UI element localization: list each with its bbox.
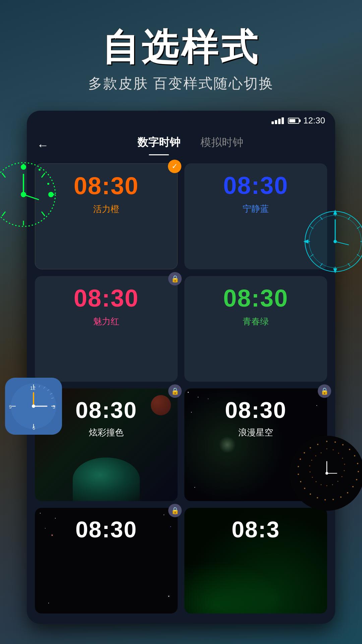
svg-point-66: [352, 486, 354, 487]
top-nav: ← 数字时钟 模拟时钟: [27, 128, 335, 155]
lock-badge-space: 🔒: [318, 384, 331, 398]
svg-point-62: [354, 455, 355, 457]
svg-point-89: [332, 484, 333, 485]
svg-point-0: [0, 163, 55, 226]
svg-point-16: [47, 183, 49, 185]
svg-point-91: [321, 484, 322, 485]
svg-point-13: [21, 192, 26, 197]
svg-point-81: [326, 448, 327, 449]
clock-label-pink: 魅力红: [93, 316, 119, 327]
svg-point-85: [344, 464, 345, 465]
svg-point-86: [344, 470, 345, 471]
back-button[interactable]: ←: [37, 138, 56, 152]
svg-point-94: [310, 472, 311, 473]
svg-point-96: [311, 460, 312, 461]
clock-label-green: 青春绿: [243, 316, 269, 327]
signal-indicator: [272, 117, 284, 124]
svg-point-63: [357, 463, 358, 464]
tab-digital[interactable]: 数字时钟: [137, 135, 180, 155]
svg-point-97: [315, 455, 316, 457]
selected-badge: ✓: [168, 160, 181, 173]
svg-point-76: [298, 466, 299, 467]
svg-point-68: [340, 496, 342, 498]
decorative-blue-square-clock: 12 3 6 9: [5, 378, 62, 436]
lock-badge-pink: 🔒: [168, 272, 182, 285]
svg-point-73: [304, 488, 305, 489]
svg-point-84: [342, 458, 343, 459]
svg-point-90: [326, 485, 327, 486]
svg-text:9: 9: [9, 404, 12, 410]
svg-point-72: [310, 493, 311, 495]
svg-text:12: 12: [30, 385, 36, 391]
battery-icon: [288, 118, 299, 124]
clock-time-neon: 08:3: [232, 518, 280, 541]
clock-time-orange: 08:30: [74, 174, 139, 198]
nav-tabs: 数字时钟 模拟时钟: [56, 135, 325, 155]
lock-badge-colorful: 🔒: [168, 384, 182, 398]
svg-point-88: [338, 481, 339, 482]
clock-time-green: 08:30: [223, 286, 288, 310]
svg-point-80: [317, 444, 318, 445]
svg-point-69: [333, 499, 334, 500]
svg-point-93: [312, 477, 313, 478]
svg-point-37: [334, 240, 337, 243]
clock-label-orange: 活力橙: [93, 203, 119, 215]
svg-point-95: [309, 466, 310, 467]
svg-point-74: [300, 481, 301, 482]
subtitle: 多款皮肤 百变样式随心切换: [0, 74, 362, 93]
status-time: 12:30: [303, 115, 325, 126]
svg-text:3: 3: [53, 404, 55, 410]
svg-point-77: [300, 459, 301, 460]
decorative-cyan-clock: [302, 208, 362, 276]
lock-badge-dark1: 🔒: [168, 504, 182, 517]
svg-point-61: [349, 449, 350, 450]
clock-time-pink: 08:30: [74, 286, 139, 310]
svg-point-83: [338, 453, 339, 454]
svg-point-67: [347, 492, 348, 493]
clock-card-neon[interactable]: 08:3: [184, 508, 327, 614]
svg-point-58: [326, 441, 327, 442]
svg-line-4: [42, 212, 45, 216]
svg-point-65: [356, 479, 357, 480]
clock-card-green[interactable]: 08:30 青春绿: [184, 276, 327, 382]
clock-label-space: 浪漫星空: [238, 427, 273, 438]
clock-card-pink[interactable]: 🔒 08:30 魅力红: [35, 276, 178, 382]
clock-label-blue: 宁静蓝: [243, 203, 269, 215]
main-title: 自选样式: [0, 27, 362, 67]
svg-line-8: [2, 173, 5, 177]
clock-grid: ✓ 08:30 活力橙 08:30 宁静蓝 🔒 08:30 魅力红 08:30 …: [27, 155, 335, 622]
svg-point-59: [335, 441, 336, 443]
svg-point-75: [298, 474, 299, 475]
clock-time-space: 08:30: [225, 398, 287, 421]
svg-line-2: [42, 173, 45, 177]
clock-time-colorful: 08:30: [75, 398, 137, 421]
clock-card-dark1[interactable]: 🔒 08:30: [35, 508, 178, 614]
status-bar: 12:30: [27, 111, 335, 128]
svg-point-70: [324, 499, 326, 500]
svg-point-82: [333, 449, 334, 450]
phone-mockup: 12:30 ← 数字时钟 模拟时钟 ✓ 08:30 活力橙 08:30 宁静蓝 …: [27, 111, 335, 624]
svg-point-14: [22, 164, 24, 166]
decorative-spiral-clock: [288, 435, 362, 513]
svg-point-71: [317, 497, 318, 498]
clock-label-colorful: 炫彩撞色: [89, 427, 124, 438]
svg-point-15: [39, 169, 41, 171]
svg-text:6: 6: [33, 425, 35, 431]
svg-point-79: [310, 447, 311, 448]
svg-line-6: [2, 212, 5, 216]
svg-point-101: [325, 472, 328, 475]
page-header: 自选样式 多款皮肤 百变样式随心切换: [0, 0, 362, 106]
decorative-green-clock: [0, 161, 57, 229]
clock-time-blue: 08:30: [223, 173, 288, 198]
svg-point-92: [316, 481, 317, 482]
svg-point-98: [321, 452, 322, 453]
clock-time-dark1: 08:30: [75, 518, 137, 541]
svg-point-10: [48, 192, 54, 197]
svg-point-87: [342, 476, 343, 477]
svg-point-56: [32, 405, 35, 408]
svg-point-60: [342, 444, 344, 445]
svg-point-78: [304, 452, 305, 453]
svg-point-64: [358, 471, 359, 472]
tab-analog[interactable]: 模拟时钟: [200, 135, 243, 155]
